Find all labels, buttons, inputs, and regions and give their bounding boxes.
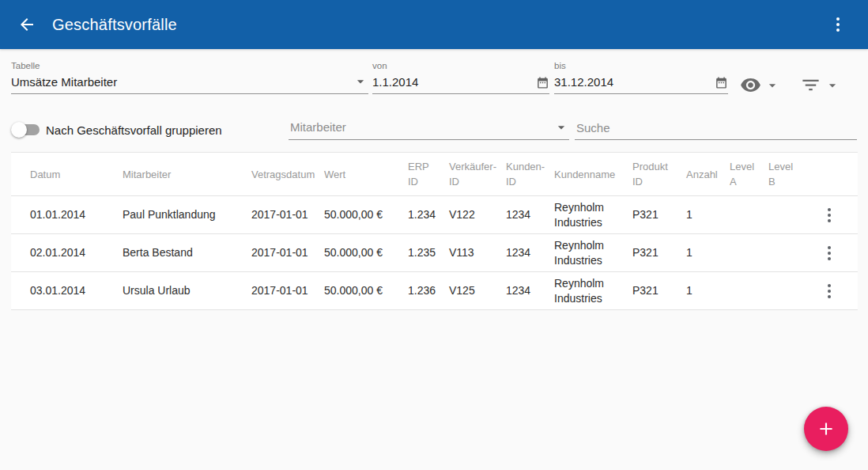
transactions-table: Datum Mitarbeiter Vetragsdatum Wert ERP … [11, 152, 858, 310]
cell-wert: 50.000,00 € [324, 283, 408, 298]
more-vert-icon [836, 17, 840, 32]
page-title: Geschäftsvorfälle [52, 16, 177, 34]
column-header-mitarbeiter: Mitarbeiter [123, 167, 251, 182]
group-by-toggle-label: Nach Geschäftsvorfall gruppieren [46, 123, 222, 137]
cell-anzahl: 1 [686, 283, 730, 298]
cell-kunden-id: 1234 [506, 283, 554, 298]
cell-verkaeufer-id: V113 [449, 245, 506, 260]
more-vert-icon [828, 246, 831, 260]
arrow-back-icon [17, 15, 36, 34]
column-visibility-button[interactable] [740, 74, 780, 96]
cell-anzahl: 1 [686, 245, 730, 260]
arrow-drop-down-icon [825, 78, 840, 93]
app-bar: Geschäftsvorfälle [0, 0, 868, 49]
plus-icon [816, 419, 836, 439]
column-header-produkt-id: Produkt ID [632, 159, 686, 189]
cell-kundenname: Reynholm Industries [554, 238, 632, 268]
more-vert-icon [828, 208, 831, 222]
employee-select[interactable]: Mitarbeiter [289, 111, 569, 140]
cell-vetragsdatum: 2017-01-01 [251, 207, 324, 222]
cell-vetragsdatum: 2017-01-01 [251, 283, 324, 298]
cell-erp-id: 1.235 [408, 245, 449, 260]
table-select-label: Tabelle [11, 57, 368, 70]
arrow-drop-down-icon [553, 119, 569, 135]
cell-produkt-id: P321 [632, 207, 686, 222]
column-header-kundenname: Kundenname [554, 167, 632, 182]
employee-select-placeholder: Mitarbeiter [290, 120, 346, 134]
cell-anzahl: 1 [686, 207, 730, 222]
column-header-erp-id: ERP ID [408, 159, 449, 189]
cell-erp-id: 1.236 [408, 283, 449, 298]
cell-mitarbeiter: Ursula Urlaub [123, 283, 251, 298]
table-header-row: Datum Mitarbeiter Vetragsdatum Wert ERP … [11, 153, 858, 196]
more-vert-icon [828, 284, 831, 298]
date-from-field[interactable]: von 1.1.2014 [372, 57, 549, 94]
group-by-toggle[interactable] [11, 122, 41, 138]
column-header-verkaeufer-id: Verkäufer-ID [449, 159, 506, 189]
add-record-fab[interactable] [804, 407, 848, 451]
table-row: 03.01.2014 Ursula Urlaub 2017-01-01 50.0… [11, 272, 858, 310]
cell-kunden-id: 1234 [506, 207, 554, 222]
cell-actions [808, 279, 858, 304]
cell-kunden-id: 1234 [506, 245, 554, 260]
column-header-vetragsdatum: Vetragsdatum [251, 167, 324, 182]
column-header-level-a: Level A [730, 159, 768, 189]
table-row: 02.01.2014 Berta Bestand 2017-01-01 50.0… [11, 234, 858, 272]
cell-vetragsdatum: 2017-01-01 [251, 245, 324, 260]
cell-datum: 03.01.2014 [30, 283, 123, 298]
back-button[interactable] [11, 9, 43, 40]
column-header-datum: Datum [30, 167, 123, 182]
date-range-icon[interactable] [536, 76, 549, 89]
cell-kundenname: Reynholm Industries [554, 200, 632, 230]
cell-datum: 02.01.2014 [30, 245, 123, 260]
filter-button[interactable] [800, 74, 840, 96]
search-field [575, 111, 857, 140]
arrow-drop-down-icon [353, 74, 368, 89]
cell-produkt-id: P321 [632, 283, 686, 298]
cell-wert: 50.000,00 € [324, 207, 408, 222]
overflow-menu-button[interactable] [822, 9, 854, 40]
table-select-field[interactable]: Tabelle Umsätze Mitarbeiter [11, 57, 368, 94]
table-row: 01.01.2014 Paul Punktlandung 2017-01-01 … [11, 196, 858, 234]
column-header-anzahl: Anzahl [686, 167, 730, 182]
date-to-label: bis [554, 57, 728, 70]
cell-actions [808, 203, 858, 228]
column-header-kunden-id: Kunden-ID [506, 159, 554, 189]
cell-produkt-id: P321 [632, 245, 686, 260]
date-from-label: von [372, 57, 549, 70]
cell-mitarbeiter: Berta Bestand [123, 245, 251, 260]
row-menu-button[interactable] [817, 241, 842, 266]
geschaeftsvorfaelle-screen: Geschäftsvorfälle Tabelle Umsätze Mitarb… [0, 0, 868, 470]
cell-mitarbeiter: Paul Punktlandung [123, 207, 251, 222]
cell-kundenname: Reynholm Industries [554, 276, 632, 306]
date-from-value: 1.1.2014 [372, 75, 549, 89]
arrow-drop-down-icon [764, 78, 780, 93]
cell-verkaeufer-id: V122 [449, 207, 506, 222]
date-range-icon[interactable] [715, 76, 728, 89]
eye-icon [740, 74, 761, 96]
column-header-level-b: Level B [768, 159, 808, 189]
column-header-wert: Wert [324, 167, 408, 182]
cell-verkaeufer-id: V125 [449, 283, 506, 298]
row-menu-button[interactable] [817, 203, 842, 228]
date-to-value: 31.12.2014 [554, 75, 728, 89]
cell-erp-id: 1.234 [408, 207, 449, 222]
cell-wert: 50.000,00 € [324, 245, 408, 260]
table-select-value: Umsätze Mitarbeiter [11, 75, 368, 89]
filter-list-icon [800, 74, 821, 96]
date-to-field[interactable]: bis 31.12.2014 [554, 57, 728, 94]
cell-actions [808, 241, 858, 266]
row-menu-button[interactable] [817, 279, 842, 304]
search-input[interactable] [575, 111, 857, 139]
cell-datum: 01.01.2014 [30, 207, 123, 222]
toggle-thumb [11, 122, 27, 138]
